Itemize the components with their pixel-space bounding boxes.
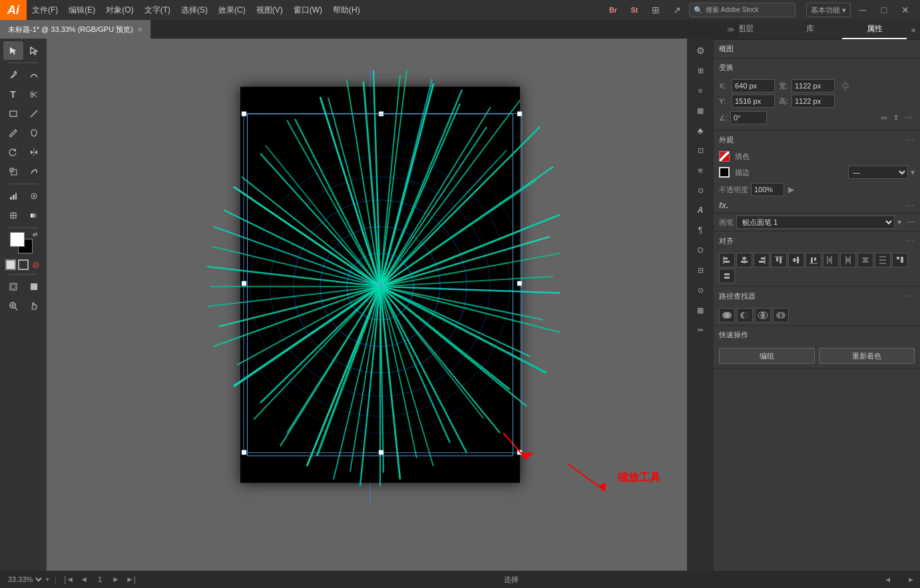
tab-more-icon[interactable]: ≫ bbox=[723, 20, 739, 39]
select-tool[interactable] bbox=[3, 41, 23, 60]
pf-unite-btn[interactable] bbox=[719, 308, 735, 323]
character-panel-icon[interactable]: A bbox=[690, 201, 711, 220]
appearance-panel-icon[interactable]: ⚙ bbox=[690, 41, 711, 60]
stroke-more-icon[interactable]: ▾ bbox=[911, 168, 915, 177]
grid-icon[interactable]: ⊞ bbox=[646, 1, 665, 19]
align-right-btn[interactable] bbox=[754, 253, 770, 267]
canvas-area[interactable]: 缩放工具 bbox=[47, 39, 714, 571]
opacity-more-icon[interactable]: ▶ bbox=[788, 185, 794, 194]
blob-brush-tool[interactable] bbox=[24, 124, 44, 142]
maximize-icon[interactable]: □ bbox=[875, 1, 893, 19]
align-more-icon[interactable]: ⋯ bbox=[905, 235, 915, 246]
nav-next-icon[interactable]: ► bbox=[110, 575, 122, 584]
section-sketch-header[interactable]: 概图 bbox=[714, 40, 920, 58]
symbol-tool[interactable] bbox=[24, 187, 44, 206]
more-transform-icon[interactable]: ⋯ bbox=[903, 113, 915, 122]
opacity-input[interactable] bbox=[751, 183, 784, 196]
h-input[interactable] bbox=[792, 94, 835, 108]
type-tool[interactable]: T bbox=[3, 85, 23, 104]
transform-panel-icon[interactable]: ⊞ bbox=[690, 61, 711, 80]
stock-icon[interactable]: St bbox=[625, 1, 644, 19]
tab-properties[interactable]: 属性 bbox=[842, 20, 907, 39]
zoom-tool[interactable] bbox=[3, 297, 23, 315]
opentype-panel-icon[interactable]: O bbox=[690, 241, 711, 259]
align-left-btn[interactable] bbox=[719, 253, 735, 267]
appearance-more-icon[interactable]: ⋯ bbox=[905, 134, 915, 145]
section-transform-header[interactable]: 变换 bbox=[714, 59, 920, 76]
align-center-v-btn[interactable] bbox=[788, 253, 804, 267]
zoom-select[interactable]: 33.33% bbox=[5, 575, 44, 584]
graph-tool[interactable] bbox=[3, 187, 23, 206]
color-guide-panel-icon[interactable]: ⊟ bbox=[690, 261, 711, 279]
scroll-left-icon[interactable]: ◄ bbox=[884, 575, 891, 583]
recolor-button[interactable]: 重新着色 bbox=[819, 348, 915, 364]
brush-more-icon[interactable]: ⋯ bbox=[907, 218, 915, 227]
fx-more-icon[interactable]: ⋯ bbox=[905, 200, 915, 211]
flip-h-icon[interactable]: ⇔ bbox=[879, 113, 889, 122]
panel-collapse-icon[interactable]: « bbox=[907, 20, 920, 39]
brush-panel-icon[interactable]: ✏ bbox=[690, 321, 711, 339]
rotate-tool[interactable] bbox=[3, 143, 23, 162]
pathfinder-panel-icon[interactable]: ⊡ bbox=[690, 141, 711, 160]
stroke-panel-icon[interactable]: ≡ bbox=[690, 161, 711, 180]
close-icon[interactable]: ✕ bbox=[896, 1, 915, 19]
dist-center-btn[interactable] bbox=[840, 253, 856, 267]
minimize-icon[interactable]: ─ bbox=[853, 1, 872, 19]
symbols-panel-icon[interactable]: ♣ bbox=[690, 121, 711, 140]
rectangle-tool[interactable] bbox=[3, 104, 23, 123]
bridge-icon[interactable]: Br bbox=[604, 1, 622, 19]
brush-select[interactable]: 鲵点面笔 1 bbox=[736, 216, 895, 229]
line-tool[interactable] bbox=[24, 104, 44, 123]
align-panel-icon[interactable]: ≡ bbox=[690, 81, 711, 100]
dist-top-btn[interactable] bbox=[875, 253, 891, 267]
align-top-btn[interactable] bbox=[771, 253, 787, 267]
menu-edit[interactable]: 编辑(E) bbox=[63, 0, 101, 20]
x-input[interactable] bbox=[732, 79, 775, 92]
curvature-tool[interactable] bbox=[24, 66, 44, 84]
stroke-type-select[interactable]: — bbox=[848, 166, 908, 179]
search-bar[interactable]: 🔍 搜索 Adobe Stock bbox=[689, 3, 796, 17]
color-panel-icon[interactable]: ⊙ bbox=[690, 281, 711, 299]
nav-prev-icon[interactable]: ◄ bbox=[78, 575, 90, 584]
group-button[interactable]: 编组 bbox=[719, 348, 815, 364]
flip-v-icon[interactable]: ⇕ bbox=[891, 113, 901, 122]
nav-last-icon[interactable]: ►| bbox=[124, 575, 138, 584]
dist-right-btn[interactable] bbox=[857, 253, 873, 267]
align-bottom-btn[interactable] bbox=[805, 253, 821, 267]
dist-left-btn[interactable] bbox=[823, 253, 839, 267]
share-icon[interactable]: ↗ bbox=[668, 1, 686, 19]
pf-exclude-btn[interactable] bbox=[773, 308, 789, 323]
artboard-tool[interactable] bbox=[3, 277, 23, 296]
scroll-right-icon[interactable]: ► bbox=[907, 575, 915, 583]
brush-expand-icon[interactable]: ▾ bbox=[897, 218, 901, 227]
workspace-selector[interactable]: 基本功能 ▾ bbox=[806, 3, 851, 17]
menu-effect[interactable]: 效果(C) bbox=[213, 0, 251, 20]
paragraph-panel-icon[interactable]: ¶ bbox=[690, 221, 711, 239]
pf-intersect-btn[interactable] bbox=[755, 308, 771, 323]
swap-colors-icon[interactable]: ⇄ bbox=[33, 231, 38, 237]
gradient-panel-icon[interactable]: ▦ bbox=[690, 301, 711, 319]
y-input[interactable] bbox=[732, 94, 775, 108]
paintbrush-tool[interactable] bbox=[3, 124, 23, 142]
tab-library[interactable]: 库 bbox=[778, 20, 843, 39]
scale-tool[interactable] bbox=[3, 162, 23, 181]
menu-file[interactable]: 文件(F) bbox=[27, 0, 63, 20]
menu-object[interactable]: 对象(O) bbox=[101, 0, 138, 20]
stroke-swatch[interactable] bbox=[719, 167, 730, 178]
section-appearance-header[interactable]: 外观 ⋯ bbox=[714, 130, 920, 149]
tab-close-icon[interactable]: ✕ bbox=[137, 26, 142, 33]
section-align-header[interactable]: 对齐 ⋯ bbox=[714, 231, 920, 250]
direct-select-tool[interactable] bbox=[24, 41, 44, 60]
pf-minus-front-btn[interactable] bbox=[737, 308, 753, 323]
reflect-tool[interactable] bbox=[24, 143, 44, 162]
align-center-h-btn[interactable] bbox=[736, 253, 752, 267]
gradient-tool[interactable] bbox=[24, 206, 44, 225]
page-number-input[interactable] bbox=[92, 575, 108, 583]
scissors-tool[interactable] bbox=[24, 85, 44, 104]
nav-first-icon[interactable]: |◄ bbox=[62, 575, 76, 584]
link-icon[interactable] bbox=[839, 79, 852, 92]
menu-select[interactable]: 选择(S) bbox=[176, 0, 213, 20]
pathfinder-more-icon[interactable]: ⋯ bbox=[905, 291, 915, 301]
mesh-tool[interactable] bbox=[3, 206, 23, 225]
angle-input[interactable] bbox=[730, 111, 767, 124]
